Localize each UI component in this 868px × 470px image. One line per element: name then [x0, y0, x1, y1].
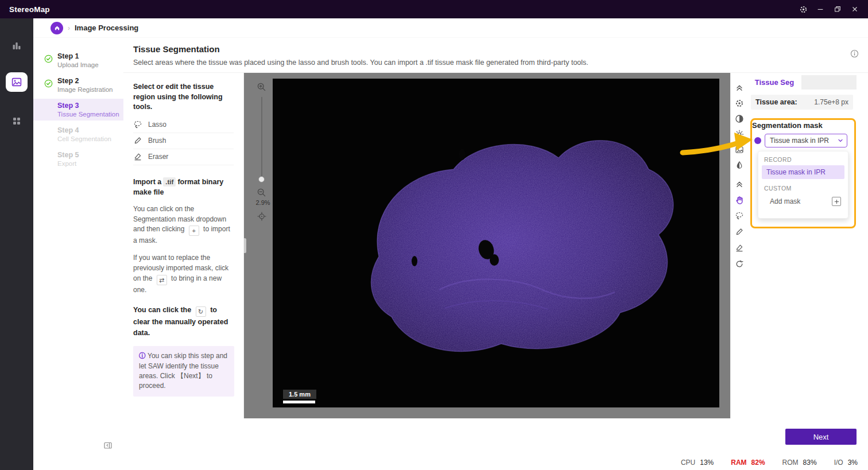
hand-pan-icon[interactable]	[735, 195, 745, 205]
chart-module-icon[interactable]	[0, 40, 33, 52]
tissue-area-value: 1.75e+8 px	[814, 98, 848, 106]
eraser-icon	[133, 152, 142, 161]
step-item-cell-segmentation[interactable]: Step 4 Cell Segmentation	[33, 123, 123, 145]
right-tool-rail	[730, 73, 747, 418]
step-title: Step 4	[57, 126, 123, 135]
contrast-icon[interactable]	[735, 114, 744, 123]
zoom-slider-track[interactable]	[261, 97, 262, 182]
instructions-panel: Select or edit the tissue region using t…	[123, 73, 244, 418]
mask-dropdown-value: Tissue mask in IPR	[770, 137, 838, 145]
plus-icon: +	[189, 226, 199, 236]
stat-label: RAM	[731, 459, 746, 467]
step-title: Step 3	[57, 102, 123, 110]
lasso-icon[interactable]	[735, 211, 744, 220]
droplet-icon[interactable]	[735, 161, 744, 170]
rom-stat: ROM 83%	[782, 459, 817, 467]
status-bar: CPU 13% RAM 82% ROM 83% I/O 3%	[33, 455, 868, 470]
zoom-level: 2.9%	[254, 199, 272, 206]
eraser-icon[interactable]	[735, 243, 744, 253]
panel-resize-handle[interactable]	[244, 238, 246, 253]
tool-lasso[interactable]: Lasso	[133, 117, 234, 133]
window-controls	[795, 2, 863, 16]
home-icon[interactable]	[51, 22, 63, 34]
tissue-slide-image	[273, 79, 719, 407]
info-icon[interactable]	[850, 49, 859, 58]
stat-value: 13%	[700, 459, 714, 467]
stat-label: I/O	[834, 459, 843, 467]
step-item-tissue-segmentation[interactable]: Step 3 Tissue Segmentation	[33, 99, 123, 121]
step-subtitle: Tissue Segmentation	[57, 110, 123, 118]
zoom-slider-handle[interactable]	[258, 176, 265, 182]
tip-text: You can skip this step and let SAW ident…	[139, 352, 227, 390]
minimize-icon[interactable]	[812, 2, 829, 16]
tool-eraser[interactable]: Eraser	[133, 149, 234, 165]
stat-value: 3%	[848, 459, 858, 467]
scale-bar: 1.5 mm	[283, 390, 316, 403]
apps-grid-icon[interactable]	[0, 116, 33, 126]
tissue-area-row: Tissue area: 1.75e+8 px	[751, 95, 853, 110]
ram-stat: RAM 82%	[731, 459, 765, 467]
import-heading: Import a.tifformat binary make file	[133, 177, 234, 197]
image-adjust-icon[interactable]	[735, 145, 744, 154]
tif-badge: .tif	[163, 177, 176, 187]
import-paragraph-2: If you want to replace the previously im…	[133, 253, 234, 295]
collapse-sidebar-icon[interactable]	[103, 441, 113, 450]
step-title: Step 5	[57, 151, 123, 160]
tab-tissue-seg[interactable]: Tissue Seg	[747, 75, 801, 90]
stat-label: ROM	[782, 459, 799, 467]
step-subtitle: Cell Segmentation	[57, 135, 123, 143]
tab-filler	[801, 75, 857, 90]
step-item-upload-image[interactable]: Step 1 Upload Image	[33, 49, 123, 71]
step-title: Step 2	[57, 77, 123, 86]
image-processing-module[interactable]	[0, 72, 33, 92]
menu-group-record: RECORD	[764, 156, 848, 163]
titlebar: StereoMap	[0, 0, 868, 18]
menu-option-tissue-mask[interactable]: Tissue mask in IPR	[762, 165, 844, 179]
add-mask-plus-icon[interactable]	[832, 197, 841, 206]
zoom-controls: 2.9%	[257, 82, 267, 92]
step-title: Step 1	[57, 52, 123, 61]
brush-icon[interactable]	[735, 227, 744, 236]
menu-add-mask[interactable]: Add mask	[758, 194, 848, 209]
tissue-seg-panel: Tissue Seg Tissue area: 1.75e+8 px Segme…	[747, 73, 857, 418]
stat-value: 82%	[751, 459, 765, 467]
gear-icon[interactable]	[735, 99, 744, 108]
collapse-up-icon[interactable]	[735, 83, 744, 92]
active-module-pill	[6, 72, 28, 92]
step-subtitle: Upload Image	[57, 61, 123, 69]
close-icon[interactable]	[846, 2, 863, 16]
clear-pre: You can click the	[133, 306, 191, 314]
app-title: StereoMap	[9, 5, 50, 14]
restore-icon[interactable]	[829, 2, 846, 16]
image-icon	[11, 76, 22, 88]
settings-icon[interactable]	[795, 2, 812, 16]
locate-icon[interactable]	[257, 212, 266, 221]
page-title: Tissue Segmentation	[133, 44, 220, 54]
brightness-icon[interactable]	[735, 130, 744, 139]
zoom-in-icon[interactable]	[257, 82, 267, 92]
breadcrumb: › Image Processing	[33, 18, 868, 38]
tissue-area-label: Tissue area:	[755, 98, 797, 106]
left-icon-rail	[0, 18, 33, 470]
step-item-image-registration[interactable]: Step 2 Image Registration	[33, 74, 123, 96]
breadcrumb-separator-icon: ›	[68, 24, 70, 32]
mask-color-dot[interactable]	[754, 137, 761, 144]
step-subtitle: Export	[57, 160, 123, 168]
rotate-reset-icon[interactable]	[735, 259, 744, 269]
add-mask-label: Add mask	[770, 197, 800, 205]
mask-dropdown-menu: RECORD Tissue mask in IPR CUSTOM Add mas…	[758, 151, 848, 219]
mask-dropdown[interactable]: Tissue mask in IPR	[765, 134, 847, 147]
next-button[interactable]: Next	[785, 429, 857, 445]
step-item-export[interactable]: Step 5 Export	[33, 148, 123, 170]
tool-brush[interactable]: Brush	[133, 133, 234, 149]
collapse-group-icon[interactable]	[735, 180, 744, 189]
swap-icon: ⇄	[157, 275, 167, 285]
page-header: Tissue Segmentation Select areas where t…	[123, 38, 868, 73]
zoom-out-icon[interactable]	[257, 188, 266, 197]
chevron-down-icon	[838, 138, 843, 143]
import-paragraph-1: You can click on the Segmentation mask d…	[133, 204, 234, 246]
image-canvas[interactable]: 2.9% 1.5 mm	[244, 73, 730, 418]
segmentation-mask-label: Segmentation mask	[752, 121, 823, 130]
menu-group-custom: CUSTOM	[764, 185, 848, 192]
panel-tabs: Tissue Seg	[747, 75, 857, 90]
